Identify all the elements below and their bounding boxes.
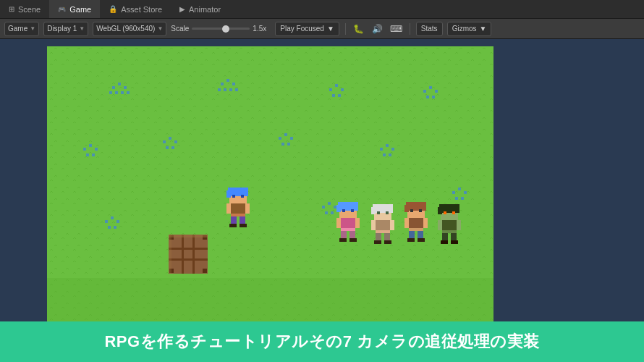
resolution-arrow: ▼ — [157, 25, 163, 32]
svg-rect-33 — [284, 133, 287, 136]
svg-rect-74 — [231, 203, 245, 214]
svg-rect-71 — [169, 235, 208, 237]
scale-track[interactable] — [192, 28, 250, 30]
svg-rect-44 — [435, 90, 438, 93]
svg-rect-79 — [241, 195, 244, 198]
svg-rect-26 — [92, 153, 95, 156]
svg-rect-5 — [124, 86, 127, 89]
keyboard-icon[interactable]: ⌨ — [389, 22, 404, 36]
tab-animator[interactable]: ▶ Animator — [171, 0, 229, 18]
svg-rect-95 — [339, 238, 347, 242]
svg-rect-58 — [458, 188, 461, 190]
scale-label: Scale — [171, 25, 189, 33]
separator-1 — [345, 23, 346, 35]
svg-rect-25 — [86, 153, 89, 156]
svg-rect-15 — [218, 88, 221, 91]
svg-rect-77 — [226, 190, 231, 198]
game-dropdown-arrow: ▼ — [30, 25, 35, 32]
svg-rect-72 — [169, 235, 171, 274]
svg-rect-122 — [418, 238, 425, 242]
svg-rect-41 — [389, 153, 391, 156]
toolbar: Game ▼ Display 1 ▼ WebGL (960x540) ▼ Sca… — [0, 19, 644, 39]
display-dropdown-arrow: ▼ — [79, 25, 85, 32]
svg-rect-59 — [464, 191, 467, 194]
svg-rect-52 — [322, 206, 325, 209]
svg-rect-57 — [452, 191, 455, 194]
gizmos-button[interactable]: Gizmos ▼ — [447, 22, 492, 36]
tab-asset-store[interactable]: 🔒 Asset Store — [100, 0, 171, 18]
banner-text: RPGを作るチュートリアルその7 カメラの追従処理の実装 — [104, 331, 539, 353]
stats-label: Stats — [421, 25, 438, 33]
svg-rect-113 — [409, 218, 423, 228]
animator-icon: ▶ — [179, 5, 185, 13]
bug-icon[interactable]: 🐛 — [352, 22, 366, 36]
svg-rect-10 — [221, 83, 224, 85]
play-focused-button[interactable]: Play Focused ▼ — [275, 22, 339, 36]
svg-rect-136 — [438, 220, 442, 230]
svg-rect-3 — [112, 86, 115, 89]
svg-rect-137 — [457, 220, 461, 230]
game-icon: 🎮 — [58, 6, 66, 13]
svg-rect-34 — [290, 137, 293, 140]
svg-rect-64 — [192, 235, 195, 274]
svg-rect-115 — [406, 202, 426, 211]
display-dropdown[interactable]: Display 1 ▼ — [43, 22, 88, 36]
svg-rect-90 — [336, 205, 341, 212]
svg-rect-24 — [95, 148, 98, 151]
svg-rect-110 — [371, 220, 376, 230]
svg-rect-138 — [47, 278, 493, 321]
tab-scene[interactable]: ⊞ Scene — [0, 0, 49, 18]
gizmos-arrow: ▼ — [480, 25, 487, 33]
svg-rect-118 — [419, 209, 422, 212]
svg-rect-31 — [171, 146, 174, 149]
tab-animator-label: Animator — [189, 5, 221, 14]
stats-button[interactable]: Stats — [416, 22, 443, 36]
svg-rect-54 — [334, 206, 336, 209]
gizmos-label: Gizmos — [452, 25, 477, 33]
svg-rect-104 — [377, 211, 380, 214]
svg-rect-82 — [229, 224, 237, 227]
svg-rect-109 — [384, 240, 391, 244]
svg-rect-105 — [386, 211, 389, 214]
svg-rect-9 — [127, 91, 130, 94]
svg-rect-22 — [83, 148, 86, 151]
svg-rect-7 — [121, 91, 124, 94]
svg-rect-35 — [281, 143, 284, 146]
scene-icon: ⊞ — [9, 5, 14, 13]
svg-rect-91 — [342, 209, 345, 212]
svg-rect-126 — [442, 220, 457, 230]
resolution-dropdown[interactable]: WebGL (960x540) ▼ — [93, 22, 166, 36]
svg-rect-103 — [371, 207, 376, 214]
svg-rect-12 — [232, 83, 235, 85]
svg-rect-4 — [118, 83, 121, 85]
audio-icon[interactable]: 🔊 — [370, 22, 385, 36]
svg-rect-49 — [116, 220, 119, 223]
tab-game[interactable]: 🎮 Game — [49, 0, 100, 18]
svg-rect-36 — [287, 143, 290, 146]
game-viewport — [47, 46, 493, 321]
svg-rect-55 — [325, 211, 328, 214]
svg-rect-70 — [203, 269, 207, 273]
scale-thumb[interactable] — [222, 25, 229, 33]
scale-value: 1.5x — [253, 25, 271, 33]
svg-rect-19 — [341, 88, 344, 91]
svg-rect-20 — [332, 94, 335, 97]
svg-rect-78 — [232, 195, 235, 198]
svg-rect-63 — [182, 235, 184, 274]
game-dropdown[interactable]: Game ▼ — [4, 22, 39, 36]
svg-rect-116 — [404, 205, 409, 212]
svg-rect-111 — [390, 220, 394, 230]
svg-rect-121 — [407, 238, 415, 242]
play-focused-label: Play Focused — [280, 25, 324, 33]
svg-rect-43 — [429, 86, 432, 89]
svg-rect-18 — [335, 84, 338, 87]
svg-rect-89 — [338, 202, 358, 211]
tab-bar: ⊞ Scene 🎮 Game 🔒 Asset Store ▶ Animator — [0, 0, 644, 19]
tab-game-label: Game — [69, 5, 91, 14]
svg-rect-130 — [444, 211, 446, 214]
svg-rect-98 — [355, 218, 360, 228]
resolution-label: WebGL (960x540) — [96, 25, 155, 33]
tab-scene-label: Scene — [18, 5, 41, 14]
svg-rect-66 — [169, 258, 208, 261]
svg-rect-6 — [115, 91, 118, 94]
